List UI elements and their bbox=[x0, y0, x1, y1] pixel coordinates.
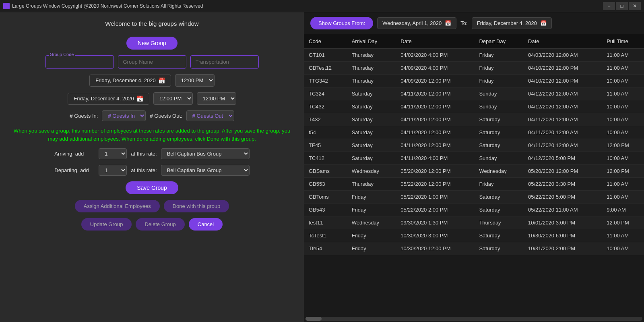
cancel-button[interactable]: Cancel bbox=[189, 218, 223, 231]
cell-arrivalDate: 04/11/2020 4:00 PM bbox=[396, 152, 474, 165]
cell-departDay: Saturday bbox=[474, 191, 523, 204]
from-date-field: Wednesday, April 1, 2020 📅 bbox=[377, 17, 456, 29]
table-row[interactable]: GBTest12Thursday04/09/2020 4:00 PMFriday… bbox=[304, 62, 644, 75]
table-row[interactable]: TF45Saturday04/11/2020 12:00 PMSaturday0… bbox=[304, 139, 644, 152]
cell-arrivalDate: 04/11/2020 12:00 PM bbox=[396, 139, 474, 152]
col-depart-day: Depart Day bbox=[474, 34, 523, 49]
cell-arrivalDate: 10/30/2020 12:00 PM bbox=[396, 242, 474, 255]
to-date-field: Friday, December 4, 2020 📅 bbox=[472, 17, 552, 29]
cell-code: Tfe54 bbox=[304, 242, 347, 255]
title-bar-controls: − □ ✕ bbox=[603, 2, 641, 10]
table-row[interactable]: TC412Saturday04/11/2020 4:00 PMSunday04/… bbox=[304, 152, 644, 165]
maximize-button[interactable]: □ bbox=[616, 2, 628, 10]
table-row[interactable]: t54Saturday04/11/2020 12:00 PMSaturday04… bbox=[304, 126, 644, 139]
arrival-date-button[interactable]: Friday, December 4, 2020 📅 bbox=[89, 75, 171, 87]
depart-date-row: Friday, December 4, 2020 📅 12:00 PM 12:0… bbox=[8, 92, 296, 105]
right-panel: Show Groups From: Wednesday, April 1, 20… bbox=[304, 12, 644, 322]
cell-pullTime: 11:00 AM bbox=[602, 178, 644, 191]
save-group-button[interactable]: Save Group bbox=[126, 181, 178, 194]
cell-departDate: 04/11/2020 12:00 AM bbox=[523, 139, 602, 152]
cell-code: TC324 bbox=[304, 87, 347, 100]
assign-employees-button[interactable]: Assign Additional Employees bbox=[75, 200, 160, 212]
cell-arrivalDay: Friday bbox=[347, 204, 396, 216]
group-name-input[interactable] bbox=[118, 55, 186, 69]
table-row[interactable]: TcTest1Friday10/30/2020 3:00 PMSaturday1… bbox=[304, 229, 644, 242]
cell-code: TTG342 bbox=[304, 75, 347, 87]
col-code: Code bbox=[304, 34, 347, 49]
welcome-text: Welcome to the big groups window bbox=[8, 20, 296, 27]
depart-time-from-select[interactable]: 12:00 PM bbox=[153, 92, 193, 105]
cell-pullTime: 10:00 AM bbox=[602, 100, 644, 113]
group-name-field bbox=[118, 55, 186, 69]
arrival-date-text: Friday, December 4, 2020 bbox=[95, 77, 155, 83]
table-row[interactable]: test11Wednesday09/30/2020 1:30 PMThursda… bbox=[304, 216, 644, 229]
cell-arrivalDay: Friday bbox=[347, 229, 396, 242]
cell-code: GB543 bbox=[304, 204, 347, 216]
arrival-time-select[interactable]: 12:00 PM bbox=[175, 74, 215, 87]
table-row[interactable]: GB553Thursday05/22/2020 12:00 PMFriday05… bbox=[304, 178, 644, 191]
cell-arrivalDay: Friday bbox=[347, 191, 396, 204]
table-row[interactable]: TTG342Thursday04/09/2020 12:00 PMFriday0… bbox=[304, 75, 644, 87]
show-groups-button[interactable]: Show Groups From: bbox=[310, 17, 373, 29]
cell-pullTime: 12:00 PM bbox=[602, 216, 644, 229]
guests-in-select[interactable]: # Guests In bbox=[102, 110, 146, 121]
save-row: Save Group bbox=[8, 181, 296, 194]
table-row[interactable]: GT101Thursday04/02/2020 4:00 PMFriday04/… bbox=[304, 49, 644, 62]
delete-group-button[interactable]: Delete Group bbox=[136, 218, 184, 231]
scrollbar-row bbox=[304, 316, 644, 322]
cell-departDay: Friday bbox=[474, 49, 523, 62]
departing-rate-select[interactable]: Bell Captian Bus Group bbox=[161, 165, 250, 176]
group-code-input[interactable] bbox=[45, 55, 114, 69]
cell-departDay: Sunday bbox=[474, 152, 523, 165]
arriving-rate-select[interactable]: Bell Captian Bus Group bbox=[161, 148, 250, 159]
arrival-date-row: Friday, December 4, 2020 📅 12:00 PM bbox=[8, 74, 296, 87]
depart-date-button[interactable]: Friday, December 4, 2020 📅 bbox=[68, 93, 149, 105]
groups-table-container[interactable]: Code Arrival Day Date Depart Day Date Pu… bbox=[304, 34, 644, 316]
cell-pullTime: 10:00 AM bbox=[602, 75, 644, 87]
cell-departDate: 10/01/2020 3:00 PM bbox=[523, 216, 602, 229]
group-code-label: Group Code bbox=[49, 52, 75, 57]
title-bar: Large Groups Window Copyright @2020 Nort… bbox=[0, 0, 644, 12]
scrollbar-thumb[interactable] bbox=[305, 317, 322, 321]
input-row: Group Code bbox=[8, 55, 296, 69]
depart-time-to-select[interactable]: 12:00 PM bbox=[197, 92, 236, 105]
table-row[interactable]: GBSamsWednesday05/20/2020 12:00 PMWednes… bbox=[304, 165, 644, 178]
cell-departDay: Thursday bbox=[474, 216, 523, 229]
left-panel: Welcome to the big groups window New Gro… bbox=[0, 12, 304, 322]
cell-arrivalDate: 04/09/2020 4:00 PM bbox=[396, 62, 474, 75]
arriving-label: Arriving, add bbox=[54, 151, 95, 157]
cell-departDay: Friday bbox=[474, 178, 523, 191]
table-row[interactable]: T432Saturday04/11/2020 12:00 PMSaturday0… bbox=[304, 113, 644, 126]
cell-arrivalDay: Friday bbox=[347, 242, 396, 255]
cell-arrivalDay: Saturday bbox=[347, 126, 396, 139]
info-text: When you save a group, this number of em… bbox=[12, 127, 292, 143]
close-button[interactable]: ✕ bbox=[629, 2, 641, 10]
cell-arrivalDay: Saturday bbox=[347, 100, 396, 113]
cell-code: GB553 bbox=[304, 178, 347, 191]
new-group-button[interactable]: New Group bbox=[126, 37, 178, 50]
arriving-rate-label: at this rate: bbox=[131, 151, 157, 157]
cell-pullTime: 10:00 AM bbox=[602, 242, 644, 255]
arriving-qty-select[interactable]: 1 2 3 4 5 bbox=[99, 148, 127, 159]
table-row[interactable]: GB543Friday05/22/2020 2:00 PMSaturday05/… bbox=[304, 204, 644, 216]
cell-arrivalDate: 05/20/2020 12:00 PM bbox=[396, 165, 474, 178]
table-row[interactable]: GBTomsFriday05/22/2020 1:00 PMSaturday05… bbox=[304, 191, 644, 204]
guests-out-select[interactable]: # Guests Out bbox=[186, 110, 234, 121]
transportation-input[interactable] bbox=[190, 55, 259, 69]
cell-code: GT101 bbox=[304, 49, 347, 62]
minimize-button[interactable]: − bbox=[603, 2, 615, 10]
cell-departDay: Saturday bbox=[474, 242, 523, 255]
cell-departDay: Saturday bbox=[474, 139, 523, 152]
table-row[interactable]: TC324Saturday04/11/2020 12:00 PMSunday04… bbox=[304, 87, 644, 100]
cell-pullTime: 12:00 PM bbox=[602, 165, 644, 178]
table-row[interactable]: Tfe54Friday10/30/2020 12:00 PMSaturday10… bbox=[304, 242, 644, 255]
cell-arrivalDay: Wednesday bbox=[347, 165, 396, 178]
update-group-button[interactable]: Update Group bbox=[81, 218, 132, 231]
done-group-button[interactable]: Done with this group bbox=[164, 200, 229, 212]
cell-arrivalDay: Thursday bbox=[347, 178, 396, 191]
cell-code: T432 bbox=[304, 113, 347, 126]
departing-qty-select[interactable]: 1 2 3 4 5 bbox=[99, 165, 127, 176]
cell-arrivalDay: Saturday bbox=[347, 87, 396, 100]
cell-departDay: Sunday bbox=[474, 100, 523, 113]
table-row[interactable]: TC432Saturday04/11/2020 12:00 PMSunday04… bbox=[304, 100, 644, 113]
